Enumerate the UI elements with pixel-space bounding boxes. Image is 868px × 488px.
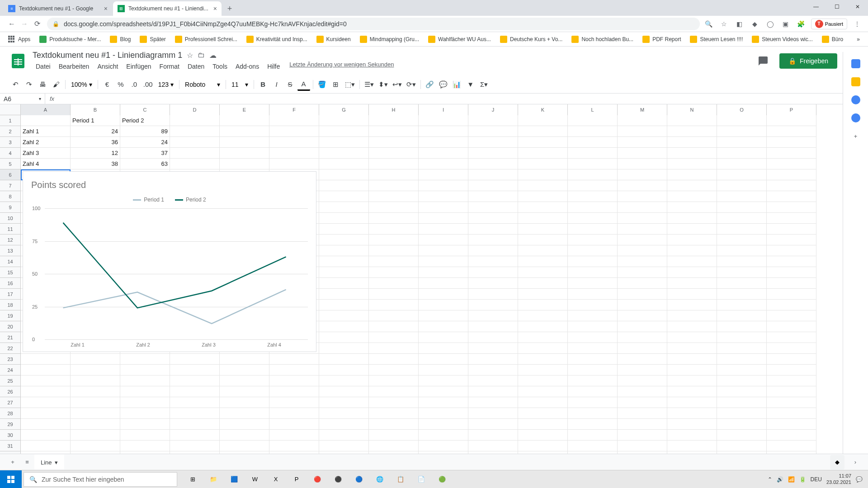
cell[interactable] bbox=[369, 430, 419, 441]
cell[interactable] bbox=[269, 159, 319, 169]
cell[interactable] bbox=[319, 430, 369, 441]
cell[interactable] bbox=[568, 332, 618, 343]
cell[interactable] bbox=[667, 365, 717, 375]
cell[interactable] bbox=[369, 224, 419, 235]
row-header[interactable]: 16 bbox=[0, 278, 20, 289]
cell[interactable] bbox=[618, 256, 667, 267]
cell[interactable] bbox=[568, 310, 618, 321]
row-header[interactable]: 17 bbox=[0, 289, 20, 300]
cell[interactable] bbox=[319, 202, 369, 213]
cell[interactable] bbox=[369, 256, 419, 267]
fill-color-button[interactable]: 🪣 bbox=[316, 78, 329, 91]
row-header[interactable]: 31 bbox=[0, 441, 20, 451]
cell[interactable] bbox=[319, 126, 369, 137]
comments-button[interactable] bbox=[754, 52, 772, 70]
column-header[interactable]: H bbox=[369, 104, 419, 115]
reload-button[interactable]: ⟳ bbox=[31, 18, 43, 30]
menu-einfuegen[interactable]: Einfügen bbox=[123, 61, 154, 72]
extensions-puzzle-icon[interactable]: 🧩 bbox=[796, 19, 807, 29]
cell[interactable] bbox=[319, 300, 369, 310]
star-icon[interactable]: ☆ bbox=[187, 51, 193, 60]
cell[interactable] bbox=[518, 419, 568, 430]
cell[interactable] bbox=[518, 321, 568, 332]
cell[interactable] bbox=[468, 397, 518, 408]
cell[interactable] bbox=[369, 245, 419, 256]
column-header[interactable]: P bbox=[767, 104, 816, 115]
cell[interactable] bbox=[618, 235, 667, 245]
cell[interactable] bbox=[419, 224, 468, 235]
cell[interactable] bbox=[369, 419, 419, 430]
cell[interactable] bbox=[468, 430, 518, 441]
cell[interactable] bbox=[220, 126, 269, 137]
cell[interactable]: 63 bbox=[120, 159, 170, 169]
select-all-corner[interactable] bbox=[0, 104, 21, 115]
row-header[interactable]: 20 bbox=[0, 321, 20, 332]
cell[interactable] bbox=[468, 310, 518, 321]
cell[interactable] bbox=[618, 202, 667, 213]
cell[interactable] bbox=[667, 256, 717, 267]
cell[interactable] bbox=[618, 180, 667, 191]
cell[interactable] bbox=[419, 202, 468, 213]
cell[interactable] bbox=[170, 137, 220, 148]
cell[interactable] bbox=[667, 321, 717, 332]
cell[interactable] bbox=[269, 137, 319, 148]
cell[interactable] bbox=[170, 430, 220, 441]
cell[interactable] bbox=[220, 137, 269, 148]
cell[interactable] bbox=[568, 169, 618, 180]
undo-button[interactable]: ↶ bbox=[9, 78, 22, 91]
app-icon[interactable]: 📄 bbox=[411, 470, 431, 488]
cell[interactable] bbox=[468, 343, 518, 354]
cell[interactable] bbox=[369, 191, 419, 202]
cell[interactable] bbox=[319, 245, 369, 256]
row-header[interactable]: 13 bbox=[0, 245, 20, 256]
cell[interactable] bbox=[667, 126, 717, 137]
cell[interactable] bbox=[21, 419, 71, 430]
cell[interactable] bbox=[419, 137, 468, 148]
back-button[interactable]: ← bbox=[5, 18, 18, 30]
cell[interactable] bbox=[767, 343, 816, 354]
cell[interactable] bbox=[468, 169, 518, 180]
cell[interactable] bbox=[568, 202, 618, 213]
cell[interactable] bbox=[419, 354, 468, 365]
print-button[interactable]: 🖶 bbox=[36, 78, 49, 91]
cell[interactable]: 24 bbox=[71, 126, 120, 137]
cell[interactable] bbox=[369, 343, 419, 354]
name-box[interactable]: A6 ▾ bbox=[0, 94, 45, 104]
cell[interactable] bbox=[568, 115, 618, 126]
row-header[interactable]: 2 bbox=[0, 126, 20, 137]
cell[interactable] bbox=[269, 419, 319, 430]
cell[interactable] bbox=[767, 202, 816, 213]
cell[interactable] bbox=[419, 375, 468, 386]
cell[interactable] bbox=[667, 245, 717, 256]
cell[interactable] bbox=[667, 278, 717, 289]
cell[interactable] bbox=[717, 169, 767, 180]
explorer-icon[interactable]: 📁 bbox=[203, 470, 223, 488]
bookmark[interactable]: Deutsche Kurs + Vo... bbox=[496, 34, 566, 45]
cell[interactable] bbox=[767, 213, 816, 224]
cell[interactable] bbox=[618, 267, 667, 278]
cell[interactable] bbox=[269, 408, 319, 419]
close-icon[interactable]: × bbox=[104, 5, 108, 12]
cell[interactable] bbox=[120, 365, 170, 375]
cell[interactable] bbox=[518, 169, 568, 180]
cell[interactable] bbox=[319, 397, 369, 408]
cell[interactable]: Zahl 3 bbox=[21, 148, 71, 159]
side-panel-toggle[interactable]: › bbox=[848, 455, 863, 469]
cell[interactable] bbox=[767, 365, 816, 375]
cell[interactable]: Zahl 1 bbox=[21, 126, 71, 137]
link-button[interactable]: 🔗 bbox=[424, 78, 436, 91]
font-select[interactable]: Roboto▾ bbox=[182, 81, 223, 88]
cell[interactable] bbox=[468, 126, 518, 137]
cell[interactable] bbox=[319, 332, 369, 343]
cell[interactable] bbox=[518, 408, 568, 419]
cell[interactable] bbox=[618, 441, 667, 451]
wrap-button[interactable]: ↩▾ bbox=[391, 78, 404, 91]
cell[interactable] bbox=[667, 202, 717, 213]
cell[interactable] bbox=[269, 386, 319, 397]
cell[interactable] bbox=[767, 224, 816, 235]
cell[interactable] bbox=[21, 354, 71, 365]
cell[interactable] bbox=[21, 386, 71, 397]
cell[interactable] bbox=[717, 300, 767, 310]
spotify-icon[interactable]: 🟢 bbox=[432, 470, 452, 488]
url-input[interactable]: 🔒 docs.google.com/spreadsheets/d/19PJ1_F… bbox=[47, 18, 700, 30]
